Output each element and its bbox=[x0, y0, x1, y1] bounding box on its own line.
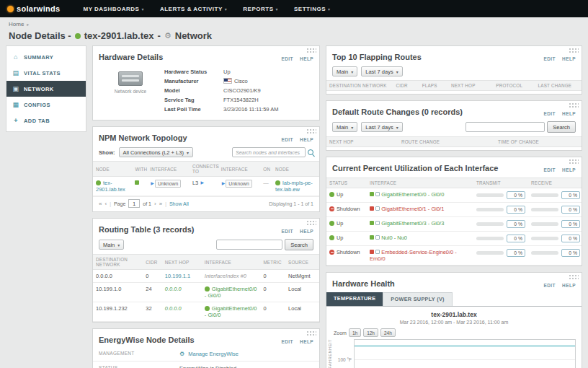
edit-link[interactable]: EDIT bbox=[543, 167, 555, 172]
chart-plot-area[interactable] bbox=[354, 339, 576, 368]
help-link[interactable]: HELP bbox=[562, 283, 576, 288]
sidebar-item-configs[interactable]: ▦ CONFIGS bbox=[6, 97, 86, 113]
first-page-button[interactable]: « bbox=[99, 201, 102, 207]
card-title: EnergyWise Node Details bbox=[99, 336, 195, 344]
route-changes-search-button[interactable]: Search bbox=[547, 121, 576, 133]
next-page-button[interactable]: › bbox=[154, 201, 156, 207]
route-changes-period-select[interactable]: Last 7 days ▾ bbox=[361, 122, 402, 132]
interface-link[interactable]: GigabitEthernet0/0 - Gi0/0 bbox=[205, 305, 257, 318]
edit-link[interactable]: EDIT bbox=[543, 111, 555, 116]
col-header[interactable]: METRIC bbox=[260, 255, 285, 270]
col-header[interactable]: SOURCE bbox=[285, 255, 319, 270]
col-header[interactable]: TRANSMIT bbox=[473, 178, 528, 188]
col-header[interactable]: FLAPS bbox=[419, 81, 448, 91]
routing-search-input[interactable] bbox=[216, 240, 282, 250]
last-page-button[interactable]: » bbox=[159, 201, 162, 207]
receive-value: 0 % bbox=[561, 206, 580, 214]
right-node-link[interactable]: lab-mpls-pe-tex.lab.ew bbox=[275, 180, 313, 193]
breadcrumb-home[interactable]: Home bbox=[9, 21, 24, 27]
col-header[interactable]: DESTINATION NETWORK bbox=[93, 255, 143, 270]
connections-filter-select[interactable]: All Connections (L2 + L3) ▾ bbox=[119, 147, 193, 157]
help-link[interactable]: HELP bbox=[300, 339, 313, 344]
sidebar-item-label: VITAL STATS bbox=[24, 70, 61, 76]
edit-link[interactable]: EDIT bbox=[543, 56, 555, 61]
edit-link[interactable]: EDIT bbox=[281, 339, 293, 344]
interface-link[interactable]: GigabitEthernet0/1 - Gi0/1 bbox=[381, 206, 444, 212]
help-link[interactable]: HELP bbox=[562, 167, 576, 172]
help-link[interactable]: HELP bbox=[300, 56, 313, 61]
col-header[interactable]: CIDR bbox=[143, 255, 162, 270]
drag-handle-icon[interactable] bbox=[306, 128, 316, 133]
help-link[interactable]: HELP bbox=[300, 229, 313, 234]
drag-handle-icon[interactable] bbox=[306, 220, 316, 225]
drag-handle-icon[interactable] bbox=[569, 102, 579, 108]
col-header[interactable]: STATUS bbox=[326, 178, 367, 188]
edit-link[interactable]: EDIT bbox=[543, 283, 555, 288]
sidebar-item-add-tab[interactable]: + ADD TAB bbox=[6, 113, 86, 128]
col-header[interactable]: CIDR bbox=[393, 81, 419, 91]
col-header[interactable]: NEXT HOP bbox=[162, 255, 202, 270]
edit-link[interactable]: EDIT bbox=[281, 56, 293, 61]
col-header[interactable]: INTERFACE bbox=[147, 162, 190, 177]
col-header[interactable]: WITH bbox=[132, 162, 147, 177]
nav-settings[interactable]: SETTINGS ▾ bbox=[294, 6, 331, 12]
search-icon[interactable] bbox=[308, 149, 313, 155]
col-header[interactable]: ON bbox=[260, 162, 272, 177]
zoom-12h-button[interactable]: 12h bbox=[363, 328, 378, 337]
col-header[interactable]: DESTINATION NETWORK bbox=[326, 81, 393, 91]
next-hop-link[interactable]: 10.199.1.1 bbox=[165, 273, 190, 279]
col-header[interactable]: NODE bbox=[93, 162, 132, 177]
nav-reports[interactable]: REPORTS ▾ bbox=[243, 6, 278, 12]
col-header[interactable]: PROTOCOL bbox=[493, 81, 535, 91]
routing-view-select[interactable]: Main ▾ bbox=[99, 240, 124, 250]
col-header[interactable]: LAST CHANGE bbox=[535, 81, 582, 91]
routing-search-button[interactable]: Search bbox=[285, 239, 313, 250]
tab-power-supply[interactable]: POWER SUPPLY (V) bbox=[383, 292, 453, 306]
help-link[interactable]: HELP bbox=[562, 111, 576, 116]
tab-temperature[interactable]: TEMPERATURE bbox=[326, 292, 383, 306]
sidebar-item-summary[interactable]: ⌂ SUMMARY bbox=[6, 49, 86, 65]
topology-search-input[interactable] bbox=[232, 147, 306, 157]
drag-handle-icon[interactable] bbox=[306, 48, 316, 53]
interface-link[interactable]: GigabitEthernet0/0 - Gi0/0 bbox=[205, 286, 257, 299]
nav-alerts-activity[interactable]: ALERTS & ACTIVITY ▾ bbox=[160, 6, 227, 12]
col-header[interactable]: NEXT HOP bbox=[448, 81, 493, 91]
drag-handle-icon[interactable] bbox=[569, 48, 579, 53]
zoom-24h-button[interactable]: 24h bbox=[380, 328, 396, 337]
help-link[interactable]: HELP bbox=[300, 137, 313, 142]
col-header[interactable]: ROUTE CHANGE bbox=[398, 137, 495, 147]
manage-energywise-link[interactable]: Manage EnergyWise bbox=[188, 351, 239, 357]
sidebar-item-vital-stats[interactable]: ▤ VITAL STATS bbox=[6, 65, 86, 81]
col-header[interactable]: RECEIVE bbox=[528, 178, 582, 188]
route-changes-search-input[interactable] bbox=[466, 122, 545, 132]
col-header[interactable]: INTERFACE bbox=[218, 162, 261, 177]
col-header[interactable]: NEXT HOP bbox=[326, 137, 398, 147]
drag-handle-icon[interactable] bbox=[306, 330, 316, 336]
interface-link[interactable]: GigabitEthernet0/0 - Gi0/0 bbox=[381, 191, 444, 198]
sidebar-item-network[interactable]: ▣ NETWORK bbox=[6, 81, 86, 97]
help-link[interactable]: HELP bbox=[562, 56, 576, 61]
zoom-1h-button[interactable]: 1h bbox=[349, 328, 361, 337]
interface-link[interactable]: GigabitEthernet0/3 - Gi0/3 bbox=[381, 220, 444, 227]
nav-my-dashboards[interactable]: MY DASHBOARDS ▾ bbox=[83, 6, 143, 12]
flapping-period-select[interactable]: Last 7 days ▾ bbox=[361, 66, 402, 76]
edit-link[interactable]: EDIT bbox=[281, 229, 293, 234]
us-flag-icon bbox=[223, 78, 232, 84]
edit-link[interactable]: EDIT bbox=[281, 137, 293, 142]
drag-handle-icon[interactable] bbox=[569, 159, 579, 164]
route-changes-view-select[interactable]: Main ▾ bbox=[332, 122, 357, 132]
col-header[interactable]: NODE bbox=[272, 162, 319, 177]
show-all-link[interactable]: Show All bbox=[169, 201, 189, 206]
col-header[interactable]: INTERFACE bbox=[367, 178, 473, 188]
interface-link[interactable]: Embedded-Service-Engine0/0 - Em0/0 bbox=[370, 249, 457, 262]
page-number-input[interactable] bbox=[128, 199, 140, 208]
prev-page-button[interactable]: ‹ bbox=[104, 201, 107, 207]
flapping-view-select[interactable]: Main ▾ bbox=[332, 66, 357, 76]
col-header[interactable]: TIME OF CHANGE bbox=[495, 137, 582, 147]
col-header[interactable]: INTERFACE bbox=[202, 255, 261, 270]
cell-next-hop: 0.0.0.0 bbox=[162, 283, 202, 302]
col-header[interactable]: CONNECTS TO bbox=[190, 162, 218, 177]
interface-link[interactable]: Nul0 - Nu0 bbox=[381, 235, 407, 241]
drag-handle-icon[interactable] bbox=[569, 274, 579, 279]
solarwinds-logo[interactable]: solarwinds bbox=[7, 4, 60, 13]
